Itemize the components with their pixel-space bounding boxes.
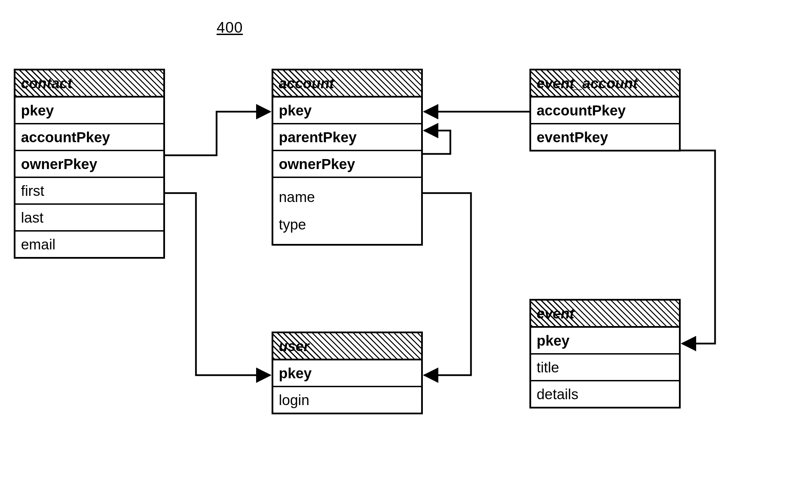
entity-user-header: user <box>273 333 421 360</box>
account-field-parentPkey: parentPkey <box>273 123 421 150</box>
account-field-name-type: name type <box>273 177 421 244</box>
entity-contact-header: contact <box>15 70 163 98</box>
entity-contact: contact pkey accountPkey ownerPkey first… <box>14 69 165 259</box>
user-field-login: login <box>273 386 421 413</box>
figure-number: 400 <box>217 19 243 36</box>
entity-event-header: event <box>531 301 679 328</box>
contact-field-accountPkey: accountPkey <box>15 123 163 150</box>
account-field-type: type <box>279 211 416 238</box>
event-field-details: details <box>531 380 679 407</box>
event-field-title: title <box>531 353 679 380</box>
account-field-name: name <box>279 183 416 211</box>
entity-account-header: account <box>273 70 421 98</box>
contact-field-first: first <box>15 177 163 203</box>
entity-event-account: event_account accountPkey eventPkey <box>529 69 681 152</box>
account-field-ownerPkey: ownerPkey <box>273 150 421 177</box>
entity-account-title: account <box>279 75 334 91</box>
contact-field-email: email <box>15 230 163 257</box>
entity-user: user pkey login <box>272 332 423 414</box>
contact-field-ownerPkey: ownerPkey <box>15 150 163 177</box>
entity-user-title: user <box>279 338 309 354</box>
event-account-field-eventPkey: eventPkey <box>531 123 679 150</box>
entity-contact-title: contact <box>21 75 72 91</box>
account-field-pkey: pkey <box>273 98 421 123</box>
entity-event-account-title: event_account <box>537 75 638 91</box>
entity-event: event pkey title details <box>529 299 681 408</box>
rel-contact-accountPkey-to-account-pkey <box>165 112 270 155</box>
contact-field-last: last <box>15 203 163 230</box>
rel-eventaccount-eventPkey-to-event-pkey <box>681 150 715 344</box>
event-field-pkey: pkey <box>531 328 679 353</box>
entity-event-account-header: event_account <box>531 70 679 98</box>
rel-contact-ownerPkey-to-user-pkey <box>165 193 270 375</box>
event-account-field-accountPkey: accountPkey <box>531 98 679 123</box>
rel-account-ownerPkey-to-user-pkey <box>423 193 471 375</box>
contact-field-pkey: pkey <box>15 98 163 123</box>
entity-account: account pkey parentPkey ownerPkey name t… <box>272 69 423 246</box>
rel-account-parentPkey-to-account-pkey <box>423 131 450 154</box>
user-field-pkey: pkey <box>273 360 421 386</box>
entity-event-title: event <box>537 305 574 322</box>
